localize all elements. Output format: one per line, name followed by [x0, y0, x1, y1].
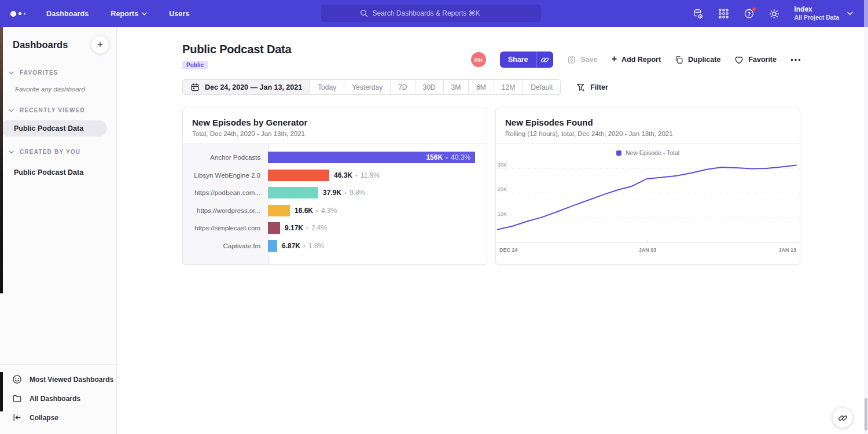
bar-value-label: 9.17K•2.4% — [285, 224, 327, 232]
card-subtitle: Rolling (12 hours), total, Dec 24th, 202… — [505, 130, 790, 137]
save-button[interactable]: Save — [567, 56, 597, 64]
all-dashboards-button[interactable]: All Dashboards — [0, 389, 116, 408]
bar-zone: 46.3K•11.9% — [268, 170, 487, 181]
header-actions: RH Share Save + Add Report Duplicate — [471, 52, 801, 68]
legend-item[interactable]: New Episode - Total — [496, 144, 800, 156]
bar-value-label: 16.6K•4.3% — [295, 207, 337, 215]
bar-row: https://simplecast.com9.17K•2.4% — [183, 219, 487, 237]
y-tick-20k: 20K — [498, 186, 507, 192]
preset-default[interactable]: Default — [523, 80, 560, 94]
copy-link-fab[interactable] — [833, 408, 852, 428]
project-scope: All Project Data — [794, 14, 839, 21]
nav-reports[interactable]: Reports — [111, 10, 147, 18]
preset-12m[interactable]: 12M — [494, 80, 523, 94]
bar-row: https://wordpress.or...16.6K•4.3% — [183, 202, 487, 220]
duplicate-button[interactable]: Duplicate — [675, 56, 720, 64]
date-range-button[interactable]: Dec 24, 2020 — Jan 13, 2021 — [183, 80, 310, 94]
section-created-by-you[interactable]: CREATED BY YOU — [0, 149, 116, 155]
bar-segment[interactable] — [268, 187, 318, 198]
filter-icon — [576, 83, 586, 92]
line-chart: New Episode - Total 30K 20K 10K — [496, 144, 800, 265]
collapse-sidebar-button[interactable]: Collapse — [0, 408, 116, 427]
preset-30d[interactable]: 30D — [415, 80, 444, 94]
bar-category-label: https://podbean.com... — [183, 189, 268, 196]
smiley-icon — [12, 374, 22, 384]
bar-chart: Anchor Podcasts156K•40.3%Libsyn WebEngin… — [183, 144, 487, 265]
data-icon[interactable] — [692, 8, 704, 20]
x-tick-dec24: DEC 24 — [499, 247, 518, 253]
more-options-button[interactable] — [790, 58, 801, 61]
card-title[interactable]: New Episodes Found — [505, 117, 790, 127]
folder-icon — [12, 393, 22, 403]
screen-edge-artifact — [0, 27, 3, 293]
chevron-down-icon — [847, 12, 853, 16]
scrollbar — [864, 0, 868, 434]
section-recently-viewed[interactable]: RECENTLY VIEWED — [0, 107, 116, 113]
bar-segment[interactable] — [268, 205, 290, 216]
date-toolbar: Dec 24, 2020 — Jan 13, 2021 Today Yester… — [182, 79, 608, 95]
x-tick-jan03: JAN 03 — [639, 247, 657, 253]
share-button[interactable]: Share — [500, 52, 536, 68]
nav-dashboards[interactable]: Dashboards — [46, 10, 89, 18]
preset-yesterday[interactable]: Yesterday — [344, 80, 391, 94]
line-series[interactable] — [498, 165, 796, 230]
preset-6m[interactable]: 6M — [469, 80, 494, 94]
bar-value-label: 156K•40.3% — [426, 153, 470, 161]
bar-zone: 156K•40.3% — [268, 152, 487, 163]
navbar-right: ? Index All Project Data — [692, 0, 853, 27]
sidebar-item-public-podcast-data[interactable]: Public Podcast Data — [0, 120, 107, 137]
bar-segment[interactable] — [268, 240, 277, 252]
chevron-down-icon — [9, 109, 14, 112]
add-report-button[interactable]: + Add Report — [612, 56, 661, 64]
new-dashboard-button[interactable]: + — [91, 35, 109, 54]
share-split-button: Share — [500, 52, 554, 68]
bar-zone: 9.17K•2.4% — [268, 222, 487, 234]
bar-zone: 16.6K•4.3% — [268, 205, 487, 216]
bar-value-label: 6.87K•1.8% — [282, 242, 324, 250]
sidebar: Dashboards + FAVORITES Favorite any dash… — [0, 27, 117, 434]
nav-users[interactable]: Users — [169, 10, 189, 18]
preset-7d[interactable]: 7D — [391, 80, 415, 94]
settings-icon[interactable] — [768, 8, 780, 20]
most-viewed-dashboards-button[interactable]: Most Viewed Dashboards — [0, 370, 116, 389]
date-range-bar: Dec 24, 2020 — Jan 13, 2021 Today Yester… — [182, 79, 561, 95]
bar-category-label: Anchor Podcasts — [183, 154, 268, 161]
app-logo[interactable] — [10, 11, 31, 17]
search-input[interactable] — [373, 9, 503, 17]
visibility-badge: Public — [182, 61, 208, 69]
notification-badge — [752, 7, 756, 12]
bar-segment[interactable] — [268, 222, 280, 234]
svg-text:?: ? — [747, 10, 751, 17]
card-title[interactable]: New Episodes by Generator — [192, 117, 477, 127]
line-plot[interactable]: 30K 20K 10K DEC 24 JAN 03 JAN 13 — [496, 157, 800, 256]
help-icon[interactable]: ? — [743, 8, 755, 20]
bar-row: Captivate.fm6.87K•1.8% — [183, 237, 487, 255]
bar-segment[interactable]: 156K•40.3% — [268, 152, 475, 163]
section-favorites[interactable]: FAVORITES — [0, 69, 116, 76]
legend-label: New Episode - Total — [626, 149, 679, 156]
y-tick-30k: 30K — [498, 162, 507, 168]
bar-value-label: 46.3K•11.9% — [334, 171, 380, 179]
project-switcher[interactable]: Index All Project Data — [794, 5, 853, 21]
plus-icon: + — [612, 54, 617, 64]
sidebar-item-public-podcast-data-2[interactable]: Public Podcast Data — [0, 164, 107, 181]
bar-category-label: https://simplecast.com — [183, 225, 268, 231]
preset-3m[interactable]: 3M — [444, 80, 469, 94]
bar-category-label: Captivate.fm — [183, 242, 268, 249]
sidebar-title: Dashboards — [13, 39, 68, 50]
card-new-episodes-found: New Episodes Found Rolling (12 hours), t… — [495, 108, 800, 265]
heart-icon — [734, 56, 744, 64]
scrollbar-thumb[interactable] — [865, 398, 867, 431]
legend-swatch — [616, 150, 621, 156]
preset-today[interactable]: Today — [310, 80, 344, 94]
app-window: Dashboards Reports Users ? — [0, 0, 868, 434]
bar-segment[interactable] — [268, 170, 329, 181]
favorite-button[interactable]: Favorite — [734, 56, 777, 64]
share-link-button[interactable] — [536, 52, 553, 68]
bar-row: https://podbean.com...37.9K•9.8% — [183, 184, 487, 202]
global-search[interactable] — [321, 5, 541, 22]
avatar[interactable]: RH — [471, 52, 486, 67]
filter-button[interactable]: Filter — [576, 83, 608, 92]
link-icon — [540, 56, 549, 64]
apps-grid-icon[interactable] — [718, 8, 729, 20]
